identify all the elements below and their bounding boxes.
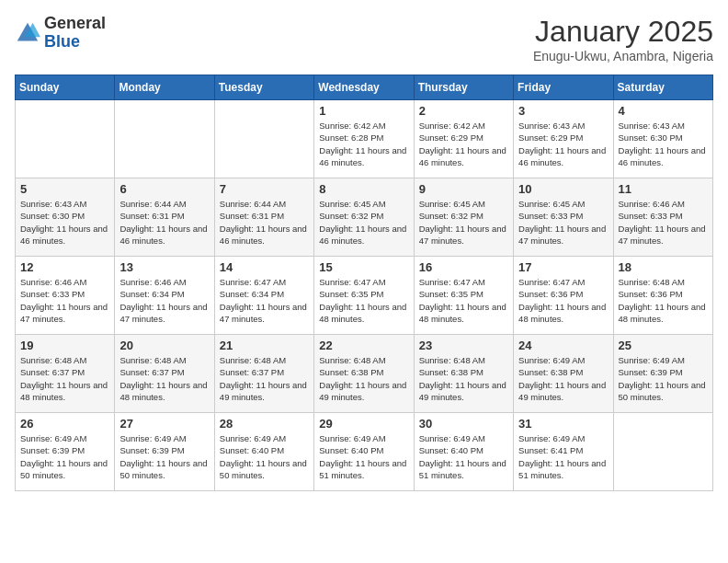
day-info: Sunrise: 6:47 AM Sunset: 6:36 PM Dayligh… [518, 276, 608, 325]
calendar-cell: 6Sunrise: 6:44 AM Sunset: 6:31 PM Daylig… [115, 178, 214, 257]
day-number: 30 [419, 417, 508, 431]
weekday-header-wednesday: Wednesday [314, 75, 414, 100]
day-number: 18 [619, 260, 708, 274]
month-title: January 2025 [533, 15, 713, 49]
day-info: Sunrise: 6:43 AM Sunset: 6:30 PM Dayligh… [619, 120, 708, 168]
day-info: Sunrise: 6:49 AM Sunset: 6:39 PM Dayligh… [20, 432, 109, 481]
location-subtitle: Enugu-Ukwu, Anambra, Nigeria [533, 49, 713, 63]
day-number: 21 [220, 339, 309, 352]
calendar-cell: 21Sunrise: 6:48 AM Sunset: 6:37 PM Dayli… [214, 335, 313, 413]
calendar-cell: 30Sunrise: 6:49 AM Sunset: 6:40 PM Dayli… [414, 413, 513, 491]
title-block: January 2025 Enugu-Ukwu, Anambra, Nigeri… [533, 15, 713, 63]
day-info: Sunrise: 6:48 AM Sunset: 6:38 PM Dayligh… [419, 354, 508, 403]
calendar-cell: 12Sunrise: 6:46 AM Sunset: 6:33 PM Dayli… [16, 257, 115, 335]
calendar-cell: 20Sunrise: 6:48 AM Sunset: 6:37 PM Dayli… [115, 335, 214, 413]
day-info: Sunrise: 6:46 AM Sunset: 6:33 PM Dayligh… [20, 276, 109, 325]
day-number: 14 [220, 260, 309, 274]
day-number: 13 [119, 260, 209, 274]
calendar-week-3: 12Sunrise: 6:46 AM Sunset: 6:33 PM Dayli… [16, 257, 713, 335]
day-number: 26 [20, 417, 109, 431]
day-info: Sunrise: 6:48 AM Sunset: 6:36 PM Dayligh… [619, 276, 708, 325]
calendar-week-1: 1Sunrise: 6:42 AM Sunset: 6:28 PM Daylig… [16, 100, 713, 178]
calendar-cell: 4Sunrise: 6:43 AM Sunset: 6:30 PM Daylig… [613, 100, 712, 178]
day-info: Sunrise: 6:45 AM Sunset: 6:32 PM Dayligh… [419, 198, 508, 247]
day-info: Sunrise: 6:45 AM Sunset: 6:33 PM Dayligh… [518, 198, 608, 247]
day-number: 3 [518, 104, 608, 118]
calendar-cell: 5Sunrise: 6:43 AM Sunset: 6:30 PM Daylig… [16, 178, 115, 257]
calendar-cell: 27Sunrise: 6:49 AM Sunset: 6:39 PM Dayli… [115, 413, 214, 491]
logo-general-text: General [44, 14, 106, 32]
day-info: Sunrise: 6:49 AM Sunset: 6:40 PM Dayligh… [220, 432, 309, 481]
calendar-cell: 19Sunrise: 6:48 AM Sunset: 6:37 PM Dayli… [16, 335, 115, 413]
calendar-cell: 26Sunrise: 6:49 AM Sunset: 6:39 PM Dayli… [16, 413, 115, 491]
calendar-table: SundayMondayTuesdayWednesdayThursdayFrid… [15, 75, 713, 491]
day-number: 9 [419, 182, 508, 196]
day-info: Sunrise: 6:46 AM Sunset: 6:34 PM Dayligh… [119, 276, 209, 325]
day-info: Sunrise: 6:48 AM Sunset: 6:37 PM Dayligh… [220, 354, 309, 403]
weekday-header-monday: Monday [115, 75, 214, 100]
weekday-header-sunday: Sunday [16, 75, 115, 100]
day-number: 8 [319, 182, 408, 196]
day-number: 7 [220, 182, 309, 196]
day-info: Sunrise: 6:49 AM Sunset: 6:39 PM Dayligh… [119, 432, 209, 481]
day-number: 1 [319, 104, 408, 118]
day-number: 31 [518, 417, 608, 431]
day-number: 17 [518, 260, 608, 274]
day-info: Sunrise: 6:48 AM Sunset: 6:37 PM Dayligh… [20, 354, 109, 403]
day-number: 5 [20, 182, 109, 196]
day-info: Sunrise: 6:49 AM Sunset: 6:41 PM Dayligh… [518, 432, 608, 481]
logo-icon [15, 20, 40, 46]
day-info: Sunrise: 6:45 AM Sunset: 6:32 PM Dayligh… [319, 198, 408, 247]
day-info: Sunrise: 6:47 AM Sunset: 6:35 PM Dayligh… [419, 276, 508, 325]
day-number: 29 [319, 417, 408, 431]
day-number: 22 [319, 339, 408, 352]
calendar-cell: 17Sunrise: 6:47 AM Sunset: 6:36 PM Dayli… [514, 257, 613, 335]
calendar-cell: 22Sunrise: 6:48 AM Sunset: 6:38 PM Dayli… [314, 335, 414, 413]
day-info: Sunrise: 6:49 AM Sunset: 6:38 PM Dayligh… [518, 354, 608, 403]
day-number: 2 [419, 104, 508, 118]
calendar-cell: 8Sunrise: 6:45 AM Sunset: 6:32 PM Daylig… [314, 178, 414, 257]
calendar-cell: 2Sunrise: 6:42 AM Sunset: 6:29 PM Daylig… [414, 100, 513, 178]
day-number: 4 [619, 104, 708, 118]
calendar-cell: 29Sunrise: 6:49 AM Sunset: 6:40 PM Dayli… [314, 413, 414, 491]
day-number: 19 [20, 339, 109, 352]
calendar-cell: 15Sunrise: 6:47 AM Sunset: 6:35 PM Dayli… [314, 257, 414, 335]
day-number: 24 [518, 339, 608, 352]
day-info: Sunrise: 6:42 AM Sunset: 6:29 PM Dayligh… [419, 120, 508, 168]
calendar-cell: 9Sunrise: 6:45 AM Sunset: 6:32 PM Daylig… [414, 178, 513, 257]
calendar-cell: 11Sunrise: 6:46 AM Sunset: 6:33 PM Dayli… [613, 178, 712, 257]
calendar-cell [214, 100, 313, 178]
day-info: Sunrise: 6:43 AM Sunset: 6:29 PM Dayligh… [518, 120, 608, 168]
day-number: 11 [619, 182, 708, 196]
day-info: Sunrise: 6:44 AM Sunset: 6:31 PM Dayligh… [119, 198, 209, 247]
calendar-cell: 7Sunrise: 6:44 AM Sunset: 6:31 PM Daylig… [214, 178, 313, 257]
logo-blue-text: Blue [44, 32, 80, 51]
weekday-header-saturday: Saturday [613, 75, 712, 100]
calendar-week-2: 5Sunrise: 6:43 AM Sunset: 6:30 PM Daylig… [16, 178, 713, 257]
day-number: 25 [619, 339, 708, 352]
day-info: Sunrise: 6:49 AM Sunset: 6:39 PM Dayligh… [619, 354, 708, 403]
day-info: Sunrise: 6:46 AM Sunset: 6:33 PM Dayligh… [619, 198, 708, 247]
calendar-cell: 31Sunrise: 6:49 AM Sunset: 6:41 PM Dayli… [514, 413, 613, 491]
day-number: 23 [419, 339, 508, 352]
day-info: Sunrise: 6:47 AM Sunset: 6:35 PM Dayligh… [319, 276, 408, 325]
day-number: 27 [119, 417, 209, 431]
day-number: 28 [220, 417, 309, 431]
weekday-header-friday: Friday [514, 75, 613, 100]
calendar-cell: 14Sunrise: 6:47 AM Sunset: 6:34 PM Dayli… [214, 257, 313, 335]
calendar-cell: 1Sunrise: 6:42 AM Sunset: 6:28 PM Daylig… [314, 100, 414, 178]
calendar-cell [16, 100, 115, 178]
day-number: 16 [419, 260, 508, 274]
calendar-cell [115, 100, 214, 178]
calendar-week-4: 19Sunrise: 6:48 AM Sunset: 6:37 PM Dayli… [16, 335, 713, 413]
logo: General Blue [15, 15, 106, 52]
day-number: 15 [319, 260, 408, 274]
day-info: Sunrise: 6:44 AM Sunset: 6:31 PM Dayligh… [220, 198, 309, 247]
day-number: 12 [20, 260, 109, 274]
calendar-cell [613, 413, 712, 491]
day-info: Sunrise: 6:42 AM Sunset: 6:28 PM Dayligh… [319, 120, 408, 168]
day-number: 20 [119, 339, 209, 352]
calendar-cell: 24Sunrise: 6:49 AM Sunset: 6:38 PM Dayli… [514, 335, 613, 413]
day-number: 6 [119, 182, 209, 196]
day-info: Sunrise: 6:49 AM Sunset: 6:40 PM Dayligh… [319, 432, 408, 481]
